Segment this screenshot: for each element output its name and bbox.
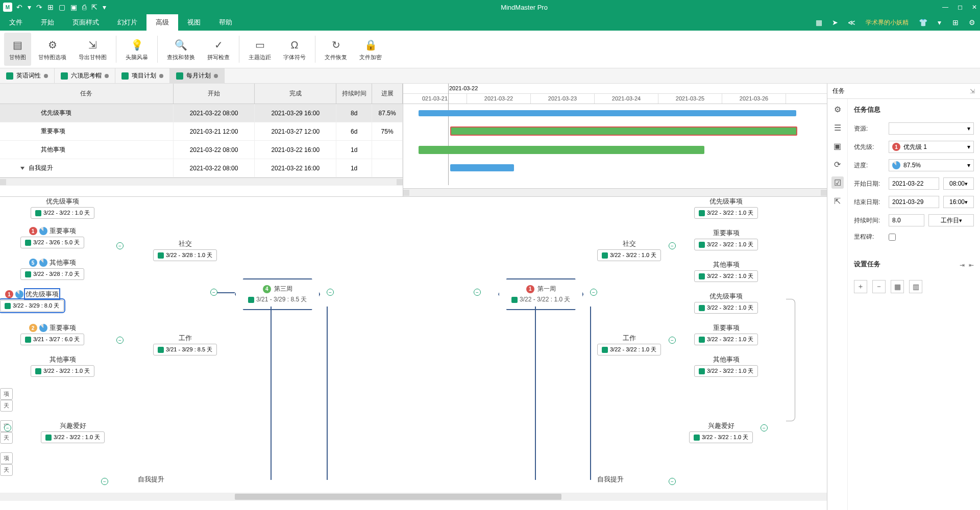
gantt-table-hscroll[interactable] [0,177,403,186]
cell-task[interactable]: 优先级事项 [0,104,174,122]
cell-prog[interactable] [372,141,403,159]
open-icon[interactable]: ▢ [59,3,65,11]
menu-right-icon[interactable]: ⚙ [966,16,978,29]
leaf-node[interactable]: 1优先级事项3/22 - 3/29 : 8.0 天 [0,290,64,312]
export-icon[interactable]: ⇱ [91,3,97,11]
leaf-node[interactable]: 其他事项3/22 - 3/22 : 1.0 天 [694,355,758,377]
branch-node[interactable]: 工作3/22 - 3/22 : 1.0 天 [597,334,661,355]
cell-dur[interactable]: 1d [336,141,372,159]
undo-icon[interactable]: ↶ [16,3,22,11]
canvas-hscroll[interactable] [0,493,827,501]
cell-end[interactable]: 2021-03-22 16:00 [255,159,336,177]
cell-start[interactable]: 2021-03-21 12:00 [174,122,255,140]
indent-icon[interactable]: ⇥ [960,262,965,269]
collapse-toggle-icon[interactable]: − [210,289,217,296]
menu-tab[interactable]: 开始 [32,14,63,31]
cell-end[interactable]: 2021-03-22 16:00 [255,141,336,159]
ribbon-button[interactable]: ↻文件恢复 [320,33,352,66]
collapse-toggle-icon[interactable]: − [590,289,597,296]
gantt-row[interactable]: 其他事项2021-03-22 08:002021-03-22 16:001d [0,141,403,159]
grid2-icon[interactable]: ▥ [909,280,922,293]
ribbon-button[interactable]: ▭主题边距 [243,33,276,66]
branch-node[interactable]: 工作3/21 - 3/29 : 8.5 天 [153,334,217,355]
leaf-node[interactable]: 优先级事项3/22 - 3/22 : 1.0 天 [31,197,94,219]
tool-link-icon[interactable]: ⟳ [831,158,844,170]
leaf-node[interactable]: 优先级事项3/22 - 3/22 : 1.0 天 [694,197,758,219]
ribbon-button[interactable]: ⚙甘特图选项 [33,33,71,66]
collapse-toggle-icon[interactable]: − [761,424,768,431]
node-week1[interactable]: 1第一周 3/22 - 3/22 : 1.0 天 [498,278,583,310]
menu-tab[interactable]: 幻灯片 [108,14,146,31]
col-progress[interactable]: 进展 [372,84,403,104]
end-time-select[interactable]: 16:00 ▾ [943,196,974,208]
col-task[interactable]: 任务 [0,84,174,104]
leaf-node[interactable]: 1重要事项3/22 - 3/26 : 5.0 天 [20,226,84,248]
gantt-bar[interactable] [450,126,797,136]
maximize-icon[interactable]: ◻ [958,4,963,11]
start-date-input[interactable]: 2021-03-22 [889,177,939,190]
duration-input[interactable]: 8.0 [889,214,924,226]
undo-dropdown-icon[interactable]: ▾ [28,3,31,11]
cell-prog[interactable]: 87.5% [372,104,403,122]
col-end[interactable]: 完成 [255,84,336,104]
cell-end[interactable]: 2021-03-27 12:00 [255,122,336,140]
cell-dur[interactable]: 6d [336,122,372,140]
minimize-icon[interactable]: — [942,4,948,11]
gantt-row[interactable]: 优先级事项2021-03-22 08:002021-03-29 16:008d8… [0,104,403,122]
ribbon-button[interactable]: ▤甘特图 [4,33,31,66]
tool-image-icon[interactable]: ▣ [831,140,844,152]
cell-task[interactable]: 其他事项 [0,141,174,159]
branch-node[interactable]: 社交3/22 - 3/28 : 1.0 天 [153,239,217,261]
cell-prog[interactable] [372,159,403,177]
remove-task-icon[interactable]: － [872,280,886,293]
collapse-toggle-icon[interactable]: − [669,337,676,344]
end-date-input[interactable]: 2021-03-29 [889,196,939,208]
collapse-toggle-icon[interactable]: − [116,242,124,249]
add-task-icon[interactable]: ＋ [854,280,867,293]
document-tab[interactable]: 英语词性 [0,68,55,84]
progress-select[interactable]: 87.5%▾ [889,159,974,171]
menu-right-icon[interactable]: 👕 [917,16,929,29]
menu-right-icon[interactable]: ≪ [845,16,857,29]
leaf-node[interactable]: 5其他事项3/22 - 3/28 : 7.0 天 [20,258,84,280]
menu-tab[interactable]: 高级 [146,14,178,31]
branch-node[interactable]: 兴趣爱好3/22 - 3/22 : 1.0 天 [41,421,105,443]
milestone-checkbox[interactable] [889,234,896,241]
document-tab[interactable]: 项目计划 [115,68,170,84]
menu-right-icon[interactable]: ▾ [933,16,945,29]
save-icon[interactable]: ▣ [70,3,77,11]
close-icon[interactable]: ✕ [972,4,977,11]
branch-node[interactable]: 社交3/22 - 3/22 : 1.0 天 [597,239,661,261]
menu-tab[interactable]: 帮助 [210,14,241,31]
leaf-node[interactable]: 重要事项3/22 - 3/22 : 1.0 天 [694,228,758,250]
collapse-toggle-icon[interactable]: − [669,478,676,485]
duration-unit-select[interactable]: 工作日 ▾ [928,214,974,226]
mindmap-canvas[interactable]: 项 天 项 天 项 天 4第三周 3/21 - 3/29 : 8.5 天 − − [0,197,827,510]
menu-right-icon[interactable]: ⊞ [949,16,962,29]
ribbon-button[interactable]: 🔍查找和替换 [162,33,200,66]
tool-search-icon[interactable]: ⚙ [831,103,844,115]
leaf-node[interactable]: 优先级事项3/22 - 3/22 : 1.0 天 [694,292,758,314]
collapse-toggle-icon[interactable]: − [116,337,124,344]
col-duration[interactable]: 持续时间 [336,84,372,104]
menu-tab[interactable]: 视图 [178,14,210,31]
user-name[interactable]: 学术界的小妖精 [866,18,909,27]
new-icon[interactable]: ⊞ [47,3,54,11]
collapse-toggle-icon[interactable]: − [4,424,11,431]
cell-dur[interactable]: 1d [336,159,372,177]
ribbon-button[interactable]: ⇲导出甘特图 [74,33,112,66]
gantt-row[interactable]: 自我提升2021-03-22 08:002021-03-22 16:001d [0,159,403,177]
expand-icon[interactable] [20,167,24,170]
menu-tab[interactable]: 文件 [0,14,32,31]
ribbon-button[interactable]: Ω字体符号 [278,33,311,66]
cell-task[interactable]: 自我提升 [0,159,174,177]
gantt-bar[interactable] [419,146,704,154]
branch-node[interactable]: 兴趣爱好3/22 - 3/22 : 1.0 天 [689,421,753,443]
cell-prog[interactable]: 75% [372,122,403,140]
document-tab[interactable]: 六顶思考帽 [55,68,115,84]
print-icon[interactable]: ⎙ [82,3,86,11]
node-week3[interactable]: 4第三周 3/21 - 3/29 : 8.5 天 [235,278,320,310]
pin-icon[interactable]: ⇲ [970,88,975,95]
menu-tab[interactable]: 页面样式 [63,14,108,31]
menu-right-icon[interactable]: ▦ [813,16,825,29]
